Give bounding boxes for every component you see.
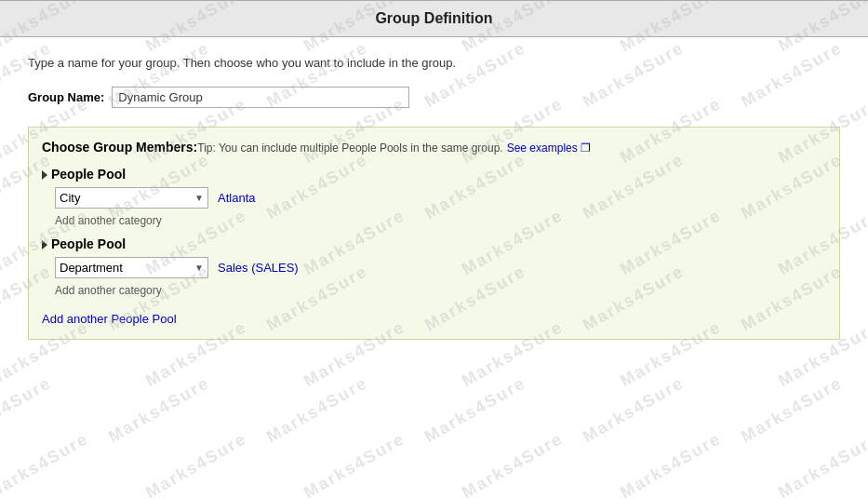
people-pool-title-1: People Pool (42, 167, 826, 182)
add-another-pool-link[interactable]: Add another People Pool (42, 312, 177, 326)
choose-members-box: Choose Group Members:Tip: You can includ… (28, 127, 840, 340)
pool-category-select-2[interactable]: City Department Location Title Manager (55, 257, 208, 278)
collapse-icon-1[interactable] (42, 170, 47, 180)
page-title: Group Definition (375, 10, 492, 26)
select-wrapper-1: City Department Location Title Manager ▼ (55, 187, 208, 209)
pool-value-link-1[interactable]: Atlanta (218, 191, 255, 205)
pool-row-1: City Department Location Title Manager ▼… (55, 187, 826, 209)
choose-members-header: Choose Group Members:Tip: You can includ… (42, 139, 826, 157)
people-pool-label-1: People Pool (51, 167, 126, 182)
collapse-icon-2[interactable] (42, 240, 47, 250)
pool-category-select-1[interactable]: City Department Location Title Manager (55, 187, 208, 209)
select-wrapper-2: City Department Location Title Manager ▼ (55, 257, 208, 278)
page-content: Type a name for your group. Then choose … (0, 37, 868, 358)
pool-value-link-2[interactable]: Sales (SALES) (218, 261, 299, 275)
page-header: Group Definition (0, 0, 868, 37)
pool-row-2: City Department Location Title Manager ▼… (55, 257, 826, 278)
see-examples-link[interactable]: See examples ❐ (507, 142, 591, 155)
people-pool-label-2: People Pool (51, 236, 126, 251)
group-name-row: Group Name: (28, 87, 840, 108)
group-name-label: Group Name: (28, 90, 104, 104)
group-name-input[interactable] (112, 87, 409, 108)
tip-text: Tip: You can include multiple People Poo… (197, 142, 502, 155)
add-another-category-2[interactable]: Add another category (55, 284, 826, 297)
people-pool-1: People Pool City Department Location Tit… (42, 167, 826, 227)
choose-members-label: Choose Group Members: (42, 140, 197, 155)
people-pool-2: People Pool City Department Location Tit… (42, 236, 826, 297)
people-pool-title-2: People Pool (42, 236, 826, 251)
instruction-text: Type a name for your group. Then choose … (28, 56, 840, 70)
add-another-category-1[interactable]: Add another category (55, 214, 826, 227)
